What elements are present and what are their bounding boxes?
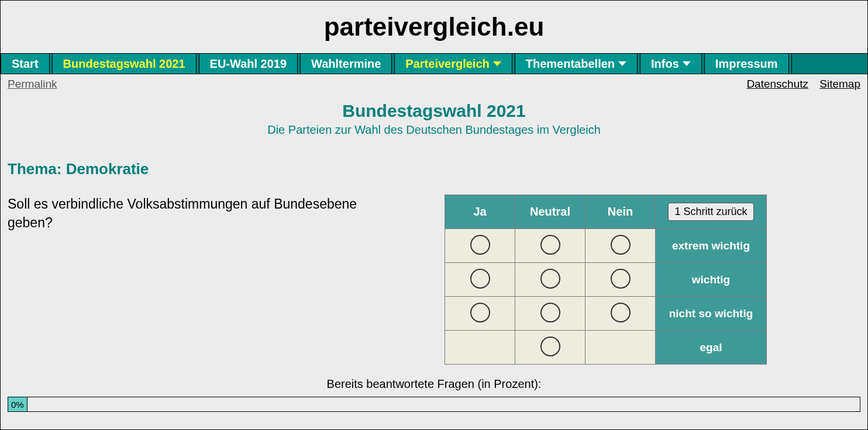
vote-radio-cell[interactable] xyxy=(515,331,585,365)
vote-radio-cell[interactable] xyxy=(585,263,656,297)
vote-row-label: extrem wichtig xyxy=(656,229,767,263)
radio-icon[interactable] xyxy=(470,269,490,289)
vote-radio-cell[interactable] xyxy=(445,263,515,297)
progress-percent: 0% xyxy=(8,397,27,411)
progress-bar-container: 0% xyxy=(8,397,860,412)
vote-row-label: wichtig xyxy=(656,263,767,297)
chevron-down-icon xyxy=(683,61,691,66)
nav-item-label: Parteivergleich xyxy=(405,57,489,71)
vote-radio-cell[interactable] xyxy=(515,297,585,331)
nav-item-impressum[interactable]: Impressum xyxy=(704,54,789,74)
nav-item-start[interactable]: Start xyxy=(1,54,50,74)
nav-item-infos[interactable]: Infos xyxy=(640,54,702,74)
vote-col-header: Ja xyxy=(445,195,515,229)
permalink-link[interactable]: Permalink xyxy=(8,78,57,90)
vote-radio-cell[interactable] xyxy=(445,297,515,331)
radio-icon[interactable] xyxy=(611,303,631,322)
progress-bar xyxy=(27,397,860,411)
nav-item-label: Wahltermine xyxy=(311,57,381,71)
question-text: Soll es verbindliche Volksabstimmungen a… xyxy=(8,195,370,232)
sub-links: Permalink Datenschutz Sitemap xyxy=(1,74,867,91)
main-row: Soll es verbindliche Volksabstimmungen a… xyxy=(1,195,867,365)
nav-item-label: Infos xyxy=(651,57,679,71)
vote-radio-cell[interactable] xyxy=(585,297,656,331)
nav-item-bundestagswahl-2021[interactable]: Bundestagswahl 2021 xyxy=(52,54,197,74)
vote-col-header: Neutral xyxy=(515,195,585,229)
vote-row-label: nicht so wichtig xyxy=(656,297,767,331)
nav-item-label: Start xyxy=(12,57,39,71)
radio-icon[interactable] xyxy=(540,269,560,289)
vote-row-label: egal xyxy=(656,331,767,365)
progress-caption: Bereits beantwortete Fragen (in Prozent)… xyxy=(1,377,867,391)
topic-label: Thema: Demokratie xyxy=(8,160,867,178)
vote-radio-cell[interactable] xyxy=(515,229,585,263)
page-heading: Bundestagswahl 2021 Die Parteien zur Wah… xyxy=(1,101,867,137)
chevron-down-icon xyxy=(493,61,501,66)
radio-icon[interactable] xyxy=(540,235,560,255)
nav-item-eu-wahl-2019[interactable]: EU-Wahl 2019 xyxy=(199,54,298,74)
datenschutz-link[interactable]: Datenschutz xyxy=(746,78,808,90)
nav-item-label: EU-Wahl 2019 xyxy=(210,57,287,71)
sitemap-link[interactable]: Sitemap xyxy=(819,78,860,90)
radio-icon[interactable] xyxy=(470,235,490,255)
nav-item-label: Bundestagswahl 2021 xyxy=(63,57,185,71)
back-button[interactable]: 1 Schritt zurück xyxy=(668,203,753,221)
page-subtitle: Die Parteien zur Wahl des Deutschen Bund… xyxy=(1,123,867,137)
radio-icon[interactable] xyxy=(611,269,631,289)
nav-tail xyxy=(791,54,867,74)
vote-col-header: Nein xyxy=(585,195,656,229)
vote-radio-cell[interactable] xyxy=(515,263,585,297)
vote-radio-cell xyxy=(445,331,515,365)
vote-table: JaNeutralNein1 Schritt zurückextrem wich… xyxy=(445,195,767,365)
site-title: parteivergleich.eu xyxy=(1,1,867,53)
back-cell: 1 Schritt zurück xyxy=(656,195,767,229)
nav-item-wahltermine[interactable]: Wahltermine xyxy=(300,54,392,74)
radio-icon[interactable] xyxy=(611,235,631,255)
vote-radio-cell[interactable] xyxy=(445,229,515,263)
nav-item-label: Thementabellen xyxy=(526,57,615,71)
chevron-down-icon xyxy=(618,61,626,66)
radio-icon[interactable] xyxy=(540,337,560,356)
vote-table-wrap: JaNeutralNein1 Schritt zurückextrem wich… xyxy=(445,195,767,365)
main-nav: StartBundestagswahl 2021EU-Wahl 2019Wahl… xyxy=(1,53,867,74)
nav-item-label: Impressum xyxy=(715,57,778,71)
radio-icon[interactable] xyxy=(540,303,560,322)
page-title: Bundestagswahl 2021 xyxy=(1,101,867,121)
nav-item-thementabellen[interactable]: Thementabellen xyxy=(515,54,638,74)
nav-item-parteivergleich[interactable]: Parteivergleich xyxy=(394,54,512,74)
vote-radio-cell[interactable] xyxy=(585,229,656,263)
vote-radio-cell xyxy=(585,331,656,365)
radio-icon[interactable] xyxy=(470,303,490,322)
